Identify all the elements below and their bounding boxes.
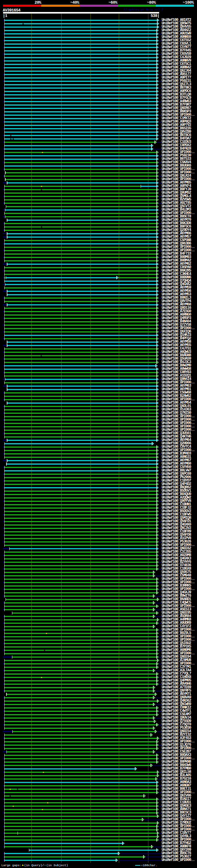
svg-text:=100char.: =100char.	[141, 864, 157, 867]
svg-text:(in Subject): (in Subject)	[46, 864, 68, 867]
svg-text:AlignView.pm Beta rel.7: AlignView.pm Beta rel.7	[124, 8, 163, 11]
svg-text:20%: 20%	[34, 0, 41, 5]
svg-text:538|: 538|	[151, 13, 159, 18]
svg-text:|1: |1	[3, 13, 7, 18]
svg-text:AV391654: AV391654	[3, 8, 21, 12]
svg-text:~40%: ~40%	[70, 0, 79, 5]
svg-text:UniRef100_UPI000..: UniRef100_UPI000..	[162, 858, 195, 862]
svg-text:(in Query)/: (in Query)/	[24, 864, 44, 867]
svg-text:~100%: ~100%	[183, 0, 194, 5]
svg-text:~60%: ~60%	[108, 0, 117, 5]
svg-text:Large gaps:: Large gaps:	[2, 864, 22, 867]
svg-text:~80%: ~80%	[147, 0, 156, 5]
